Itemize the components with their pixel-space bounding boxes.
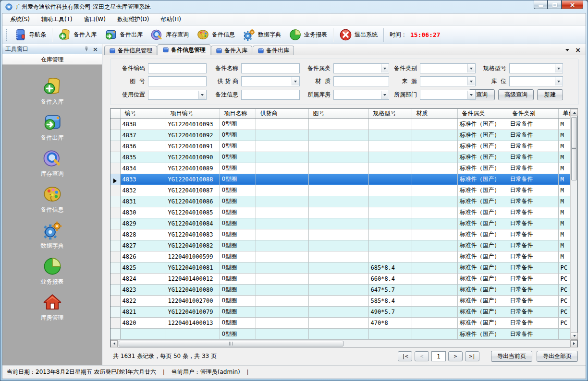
toolbar-nav-bar-button[interactable]: 导航条	[10, 27, 50, 42]
chevron-down-icon[interactable]	[381, 64, 388, 72]
table-row[interactable]: 482412204014000120型圈660*8.4标准件（国产）日常备件PC	[110, 273, 570, 284]
chevron-down-icon[interactable]	[555, 77, 562, 85]
column-header-2[interactable]: 项目名称	[220, 109, 256, 119]
menu-item-data-maintenance[interactable]: 数据维护(D)	[111, 13, 155, 25]
close-button[interactable]: ×	[562, 0, 583, 9]
toolbar-inventory-query-button[interactable]: 库存查询	[147, 27, 193, 42]
spec-model-combo[interactable]	[509, 63, 563, 73]
column-header-4[interactable]: 图号	[308, 109, 368, 119]
chevron-down-icon[interactable]	[381, 91, 388, 99]
location-combo[interactable]	[509, 76, 563, 86]
table-row[interactable]: 482612204010005990型圈标准件（国产）日常备件M	[110, 251, 570, 262]
export-current-page-button[interactable]: 导出当前页	[491, 351, 532, 362]
tool-window-close-icon[interactable]: ×	[92, 46, 99, 53]
scroll-down-icon[interactable]	[571, 333, 578, 340]
vertical-scrollbar[interactable]	[570, 109, 577, 340]
chevron-down-icon[interactable]	[467, 77, 475, 85]
tab-parts-info-mgmt-2[interactable]: 备件信息管理	[158, 44, 210, 55]
chevron-down-icon[interactable]	[292, 77, 299, 85]
table-row[interactable]: 482012204014000130型圈470*8标准件（国产）日常备件PC	[110, 317, 570, 328]
page-number-input[interactable]	[431, 351, 446, 361]
tab-parts-out[interactable]: 备件出库	[253, 46, 294, 55]
prev-page-button[interactable]: <	[415, 351, 429, 361]
sidebar-item-data-dictionary[interactable]: 数据字典	[41, 220, 64, 250]
table-row[interactable]: 4835YG122040100900型圈标准件（国产）日常备件M	[110, 152, 570, 163]
export-all-pages-button[interactable]: 导出全部页	[537, 351, 578, 362]
sidebar-item-parts-info[interactable]: 备件信息	[41, 184, 64, 214]
pin-icon[interactable]	[83, 46, 90, 53]
column-header-8[interactable]: 备件类别	[508, 109, 558, 119]
department-combo[interactable]	[420, 90, 476, 100]
table-row[interactable]: 4834YG122040100890型圈标准件（国产）日常备件M	[110, 163, 570, 174]
column-header-6[interactable]: 材质	[412, 109, 457, 119]
column-header-3[interactable]: 供货商	[256, 109, 308, 119]
table-row[interactable]: 4838YG122040100930型圈标准件（国产）日常备件M	[110, 119, 570, 130]
table-row[interactable]: 4823YG122040100800型圈647*5.7标准件（国产）日常备件PC	[110, 284, 570, 295]
sidebar-item-parts-in[interactable]: 备件入库	[41, 76, 64, 106]
sidebar-item-business-report[interactable]: 业务报表	[41, 256, 64, 286]
toolbar-business-report-button[interactable]: 业务报表	[285, 27, 331, 42]
toolbar-parts-in-button[interactable]: 备件入库	[54, 27, 100, 42]
chevron-down-icon[interactable]	[198, 91, 206, 99]
column-header-7[interactable]: 备件属类	[457, 109, 508, 119]
search-advanced-query-button[interactable]: 高级查询	[498, 89, 534, 100]
table-row[interactable]: 4825YG122040100810型圈685*8.4标准件（国产）日常备件PC	[110, 262, 570, 273]
scroll-right-icon[interactable]	[570, 340, 577, 347]
tab-parts-info-mgmt-1[interactable]: 备件信息管理	[104, 46, 157, 55]
remark-input[interactable]	[241, 90, 300, 100]
toolbar-parts-out-button[interactable]: 备件出库	[100, 27, 147, 42]
column-header-5[interactable]: 规格型号	[368, 109, 412, 119]
usage-position-combo[interactable]	[148, 90, 207, 100]
tab-close-icon[interactable]: ×	[575, 47, 581, 53]
sidebar-item-parts-out[interactable]: 备件出库	[41, 112, 64, 142]
warehouse-combo[interactable]	[333, 90, 389, 100]
scroll-left-icon[interactable]	[110, 340, 118, 347]
sidebar-item-inventory-query[interactable]: 库存查询	[41, 148, 64, 178]
table-row[interactable]: 4837YG122040100920型圈标准件（国产）日常备件M	[110, 130, 570, 141]
table-row[interactable]: 4836YG122040100910型圈标准件（国产）日常备件M	[110, 141, 570, 152]
table-row[interactable]: 4831YG122040100860型圈标准件（国产）日常备件M	[110, 196, 570, 207]
table-row[interactable]: 482212204010027000型圈585*8.4标准件（国产）日常备件PC	[110, 295, 570, 306]
part-type-combo[interactable]	[420, 63, 476, 73]
table-row[interactable]: 4829YG122040100840型圈标准件（国产）日常备件M	[110, 218, 570, 229]
maximize-button[interactable]	[548, 0, 562, 9]
table-row[interactable]: 4832YG122040100870型圈标准件（国产）日常备件M	[110, 185, 570, 196]
column-header-1[interactable]: 项目编号	[166, 109, 220, 119]
tab-list-chevron-down-icon[interactable]	[565, 49, 569, 51]
column-header-0[interactable]: 编号	[120, 109, 166, 119]
chevron-down-icon[interactable]	[467, 64, 475, 72]
supplier-combo[interactable]	[241, 76, 300, 86]
part-category-combo[interactable]	[333, 63, 389, 73]
menu-item-aux-tools[interactable]: 辅助工具(T)	[36, 13, 78, 25]
toolbar-parts-info-button[interactable]: 备件信息	[193, 27, 239, 42]
next-page-button[interactable]: >	[448, 351, 463, 361]
last-page-button[interactable]: >|	[465, 351, 479, 361]
vertical-scroll-thumb[interactable]	[571, 117, 577, 180]
drawing-no-input[interactable]	[148, 76, 207, 86]
part-code-input[interactable]	[148, 63, 207, 73]
sidebar-item-warehouse-mgmt[interactable]: 库房管理	[41, 292, 64, 322]
material-input[interactable]	[333, 76, 389, 86]
search-new-button[interactable]: 新建	[537, 89, 563, 100]
menu-item-help[interactable]: 帮助(H)	[155, 13, 187, 25]
part-name-input[interactable]	[241, 63, 300, 73]
minimize-button[interactable]	[534, 0, 548, 9]
column-header-9[interactable]: 单位	[558, 109, 570, 119]
menu-item-system[interactable]: 系统(S)	[4, 13, 36, 25]
first-page-button[interactable]: |<	[398, 351, 412, 361]
toolbar-data-dictionary-button[interactable]: 数据字典	[239, 27, 285, 42]
table-row[interactable]: 4828YG122040100830型圈标准件（国产）日常备件M	[110, 229, 570, 240]
toolbar-exit-system-button[interactable]: 退出系统	[335, 27, 381, 42]
table-row[interactable]: 4827YG122040100820型圈标准件（国产）日常备件M	[110, 240, 570, 251]
chevron-down-icon[interactable]	[467, 91, 475, 99]
toolbar-grip[interactable]	[6, 28, 8, 41]
scroll-up-icon[interactable]	[571, 109, 578, 116]
table-row[interactable]: 4821YG122040100790型圈490*5.7标准件（国产）日常备件PC	[110, 306, 570, 317]
menu-item-window[interactable]: 窗口(W)	[78, 13, 111, 25]
source-combo[interactable]	[420, 76, 476, 86]
table-row[interactable]: 4833YG122040100880型圈标准件（国产）日常备件M	[110, 174, 570, 185]
table-row-partial[interactable]: 0型圈标准件（国产）日常备件	[110, 328, 570, 339]
horizontal-scrollbar[interactable]	[110, 340, 577, 347]
chevron-down-icon[interactable]	[555, 64, 562, 72]
horizontal-scroll-thumb[interactable]	[119, 341, 343, 346]
